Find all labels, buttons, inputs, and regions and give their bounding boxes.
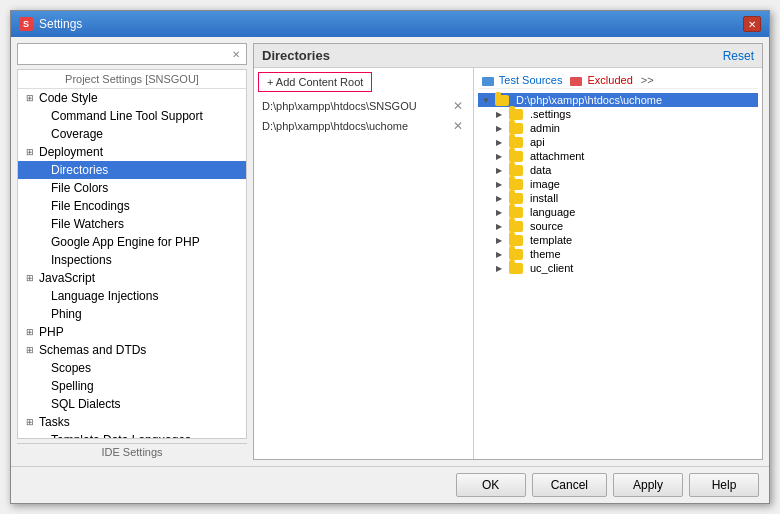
folder-icon (509, 151, 523, 162)
file-tree-label: image (530, 178, 560, 190)
right-header: Directories Reset (254, 44, 762, 68)
dir-pane: + Add Content Root D:\php\xampp\htdocs\S… (254, 68, 474, 459)
tree-expand-icon: ▶ (496, 194, 506, 203)
tree-expand-icon: ▶ (496, 222, 506, 231)
tree-expand-icon: ▶ (496, 124, 506, 133)
expand-icon: ⊞ (26, 327, 36, 337)
sidebar-item-inspections[interactable]: Inspections (18, 251, 246, 269)
sidebar-item-command-line-tool-support[interactable]: Command Line Tool Support (18, 107, 246, 125)
tree-expand-icon: ▶ (496, 208, 506, 217)
file-tree-item[interactable]: ▶language (478, 205, 758, 219)
file-tree-item[interactable]: ▶image (478, 177, 758, 191)
directory-path: D:\php\xampp\htdocs\SNSGOU (262, 100, 417, 112)
tree-expand-icon: ▶ (496, 180, 506, 189)
test-sources-label: Test Sources (482, 74, 562, 86)
file-tree-item[interactable]: ▶data (478, 163, 758, 177)
search-clear-icon[interactable]: ✕ (230, 49, 242, 60)
add-content-root-button[interactable]: + Add Content Root (258, 72, 372, 92)
cancel-button[interactable]: Cancel (532, 473, 607, 497)
file-tree-item[interactable]: ▶install (478, 191, 758, 205)
close-button[interactable]: ✕ (743, 16, 761, 32)
sidebar-item-google-app-engine-for-php[interactable]: Google App Engine for PHP (18, 233, 246, 251)
excluded-label: Excluded (570, 74, 632, 86)
file-tree-item[interactable]: ▶attachment (478, 149, 758, 163)
title-bar: S Settings ✕ (11, 11, 769, 37)
search-input[interactable] (22, 48, 230, 60)
file-tree-item[interactable]: ▶uc_client (478, 261, 758, 275)
file-tree-pane: Test Sources Excluded >> ▼D:\php\xampp\h… (474, 68, 762, 459)
file-tree-label: source (530, 220, 563, 232)
sidebar-item-code-style[interactable]: ⊞Code Style (18, 89, 246, 107)
content-area: ✕ Project Settings [SNSGOU] ⊞Code StyleC… (11, 37, 769, 466)
more-options-icon[interactable]: >> (641, 74, 654, 86)
tree-expand-icon: ▶ (496, 152, 506, 161)
folder-icon (509, 109, 523, 120)
folder-icon (509, 137, 523, 148)
folder-icon (509, 235, 523, 246)
panel-title: Directories (262, 48, 330, 63)
file-tree-item[interactable]: ▶source (478, 219, 758, 233)
ide-settings-bar: IDE Settings (17, 443, 247, 460)
app-icon: S (19, 17, 33, 31)
right-content: + Add Content Root D:\php\xampp\htdocs\S… (254, 68, 762, 459)
expand-icon: ⊞ (26, 93, 36, 103)
sidebar-item-php[interactable]: ⊞PHP (18, 323, 246, 341)
sidebar-item-deployment[interactable]: ⊞Deployment (18, 143, 246, 161)
folder-icon (509, 221, 523, 232)
file-tree-item[interactable]: ▶api (478, 135, 758, 149)
sidebar-item-spelling[interactable]: Spelling (18, 377, 246, 395)
tree-expand-icon: ▶ (496, 166, 506, 175)
sidebar-item-javascript[interactable]: ⊞JavaScript (18, 269, 246, 287)
tree-expand-icon: ▶ (496, 264, 506, 273)
settings-tree: Project Settings [SNSGOU] ⊞Code StyleCom… (17, 69, 247, 439)
expand-icon: ⊞ (26, 147, 36, 157)
sidebar-item-tasks[interactable]: ⊞Tasks (18, 413, 246, 431)
directory-entry: D:\php\xampp\htdocs\SNSGOU✕ (258, 96, 469, 116)
expand-icon: ⊞ (26, 273, 36, 283)
folder-icon (509, 165, 523, 176)
search-box[interactable]: ✕ (17, 43, 247, 65)
sidebar-item-sql-dialects[interactable]: SQL Dialects (18, 395, 246, 413)
apply-button[interactable]: Apply (613, 473, 683, 497)
sidebar-item-file-watchers[interactable]: File Watchers (18, 215, 246, 233)
file-tree-label: data (530, 164, 551, 176)
tree-expand-icon: ▶ (496, 138, 506, 147)
file-tree-item[interactable]: ▶admin (478, 121, 758, 135)
tree-expand-icon: ▶ (496, 250, 506, 259)
folder-icon (509, 263, 523, 274)
help-button[interactable]: Help (689, 473, 759, 497)
file-tree-label: install (530, 192, 558, 204)
remove-directory-icon[interactable]: ✕ (451, 99, 465, 113)
expand-icon: ⊞ (26, 417, 36, 427)
file-tree-item[interactable]: ▶template (478, 233, 758, 247)
left-panel: ✕ Project Settings [SNSGOU] ⊞Code StyleC… (17, 43, 247, 460)
file-tree-item[interactable]: ▶theme (478, 247, 758, 261)
folder-icon (509, 123, 523, 134)
sidebar-item-file-encodings[interactable]: File Encodings (18, 197, 246, 215)
sidebar-item-file-colors[interactable]: File Colors (18, 179, 246, 197)
sidebar-item-template-data-languages[interactable]: Template Data Languages (18, 431, 246, 439)
sidebar-item-schemas-and-dtds[interactable]: ⊞Schemas and DTDs (18, 341, 246, 359)
file-tree-label: template (530, 234, 572, 246)
file-tree-label: admin (530, 122, 560, 134)
bottom-bar: OK Cancel Apply Help (11, 466, 769, 503)
folder-icon (509, 207, 523, 218)
file-tree-label: .settings (530, 108, 571, 120)
sidebar-item-scopes[interactable]: Scopes (18, 359, 246, 377)
file-tree-label: theme (530, 248, 561, 260)
reset-link[interactable]: Reset (723, 49, 754, 63)
file-tree-label: uc_client (530, 262, 573, 274)
file-tree-item[interactable]: ▼D:\php\xampp\htdocs\uchome (478, 93, 758, 107)
ok-button[interactable]: OK (456, 473, 526, 497)
file-tree-item[interactable]: ▶.settings (478, 107, 758, 121)
sidebar-item-phing[interactable]: Phing (18, 305, 246, 323)
sidebar-item-language-injections[interactable]: Language Injections (18, 287, 246, 305)
directory-entry: D:\php\xampp\htdocs\uchome✕ (258, 116, 469, 136)
settings-group-title: Project Settings [SNSGOU] (18, 70, 246, 89)
tree-expand-icon: ▼ (482, 96, 492, 105)
remove-directory-icon[interactable]: ✕ (451, 119, 465, 133)
sidebar-item-coverage[interactable]: Coverage (18, 125, 246, 143)
sidebar-item-directories[interactable]: Directories (18, 161, 246, 179)
file-tree-label: D:\php\xampp\htdocs\uchome (516, 94, 662, 106)
tree-expand-icon: ▶ (496, 110, 506, 119)
